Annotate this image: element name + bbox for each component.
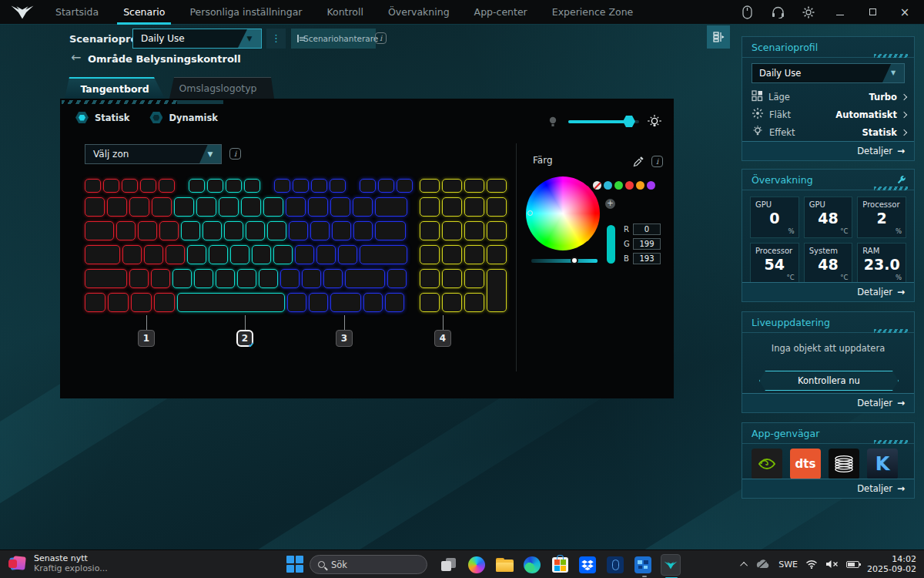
zone-select-dropdown[interactable]: Välj zon ▼: [85, 144, 222, 164]
profile-setting-läge[interactable]: LägeTurbo: [752, 89, 906, 105]
swatch-green[interactable]: [614, 181, 623, 190]
key[interactable]: [345, 269, 385, 288]
key[interactable]: [442, 269, 462, 288]
key[interactable]: [116, 221, 136, 240]
key[interactable]: [330, 293, 361, 312]
key[interactable]: [189, 179, 205, 193]
edge-button[interactable]: [522, 555, 542, 575]
key[interactable]: [226, 179, 242, 193]
key[interactable]: [216, 269, 235, 288]
key[interactable]: [363, 293, 383, 312]
channel-input-r[interactable]: 0: [633, 223, 661, 235]
key[interactable]: [187, 245, 206, 264]
language-indicator[interactable]: SWE: [778, 560, 798, 570]
key[interactable]: [140, 179, 156, 193]
key[interactable]: [420, 221, 440, 240]
key[interactable]: [353, 197, 373, 217]
mode-radio-dynamisk[interactable]: Dynamisk: [149, 112, 217, 123]
update-details-link[interactable]: Detaljer→: [742, 393, 914, 412]
key[interactable]: [203, 221, 222, 240]
swatch-orange[interactable]: [636, 181, 644, 190]
color-wheel-selector[interactable]: [527, 210, 533, 216]
sidebar-toggle-button[interactable]: [707, 25, 730, 49]
predator-app-button[interactable]: [605, 555, 625, 575]
app-shortcut-nvidia[interactable]: [752, 449, 782, 479]
key-gap[interactable]: [348, 179, 357, 193]
key[interactable]: [316, 245, 336, 264]
color-value-slider[interactable]: [531, 259, 598, 263]
key[interactable]: [487, 221, 507, 240]
key[interactable]: [378, 179, 394, 193]
key[interactable]: [360, 179, 376, 193]
mouse-icon[interactable]: [739, 5, 755, 20]
profile-details-link[interactable]: Detaljer→: [742, 141, 914, 160]
key[interactable]: [241, 197, 261, 217]
key[interactable]: [397, 179, 413, 193]
key[interactable]: [332, 221, 351, 240]
app-shortcut-coil[interactable]: [829, 449, 859, 479]
key[interactable]: [464, 269, 484, 288]
channel-input-g[interactable]: 199: [633, 238, 661, 250]
key[interactable]: [259, 269, 278, 288]
add-swatch-button[interactable]: +: [605, 199, 615, 209]
zone-button-4[interactable]: 4: [434, 330, 451, 347]
key[interactable]: [487, 197, 507, 217]
key[interactable]: [154, 293, 175, 312]
key[interactable]: [172, 269, 192, 288]
keyboard-numpad-preview[interactable]: [420, 179, 507, 312]
key[interactable]: [85, 221, 114, 240]
key[interactable]: [274, 179, 290, 193]
key[interactable]: [85, 179, 101, 193]
key[interactable]: [252, 245, 271, 264]
key[interactable]: [387, 269, 407, 288]
key[interactable]: [151, 269, 170, 288]
check-now-button[interactable]: Kontrollera nu: [759, 371, 899, 391]
key[interactable]: [174, 197, 194, 217]
key[interactable]: [464, 197, 484, 217]
battery-icon[interactable]: [846, 561, 859, 568]
swatch-red[interactable]: [625, 181, 634, 190]
key[interactable]: [442, 293, 462, 312]
taskbar-search[interactable]: Sök: [310, 555, 427, 574]
onedrive-icon[interactable]: [755, 559, 771, 570]
key[interactable]: [420, 269, 440, 288]
key[interactable]: [286, 197, 306, 217]
start-button[interactable]: [286, 556, 305, 573]
key[interactable]: [224, 221, 243, 240]
key[interactable]: [442, 221, 462, 240]
sidebar-profile-dropdown[interactable]: Daily Use ▼: [752, 63, 905, 83]
key[interactable]: [302, 269, 321, 288]
key[interactable]: [230, 245, 249, 264]
key[interactable]: [263, 197, 283, 217]
headset-icon[interactable]: [770, 5, 785, 20]
key[interactable]: [323, 269, 343, 288]
key[interactable]: [131, 293, 152, 312]
dropbox-button[interactable]: [578, 555, 598, 575]
zone-button-1[interactable]: 1: [138, 330, 155, 347]
key[interactable]: [420, 293, 440, 312]
info-icon[interactable]: i: [229, 148, 241, 160]
widgets-button[interactable]: Senaste nytt Kraftig explosio...: [8, 553, 108, 573]
close-button[interactable]: ×: [896, 5, 913, 19]
key-gap[interactable]: [177, 179, 186, 193]
profile-dropdown[interactable]: Daily Use ▼: [132, 29, 262, 49]
brightness-slider[interactable]: [568, 120, 639, 123]
key[interactable]: [267, 221, 286, 240]
key[interactable]: [280, 269, 300, 288]
copilot-button[interactable]: [467, 555, 487, 575]
app-shortcut-dts[interactable]: dts: [790, 449, 821, 479]
tray-overflow-icon[interactable]: [740, 561, 748, 569]
profile-setting-effekt[interactable]: EffektStatisk: [752, 125, 906, 140]
key[interactable]: [420, 197, 440, 217]
channel-input-b[interactable]: 193: [633, 253, 661, 264]
key[interactable]: [144, 245, 163, 264]
apps-details-link[interactable]: Detaljer→: [742, 479, 914, 498]
swatch-purple[interactable]: [647, 181, 655, 190]
key[interactable]: [129, 197, 149, 217]
swatch-none[interactable]: [593, 181, 601, 190]
swatch-cyan[interactable]: [604, 181, 612, 190]
key[interactable]: [181, 221, 200, 240]
clock[interactable]: 14:02 2025-09-02: [867, 554, 921, 574]
key[interactable]: [464, 221, 484, 240]
color-value-slider-knob[interactable]: [571, 257, 578, 264]
